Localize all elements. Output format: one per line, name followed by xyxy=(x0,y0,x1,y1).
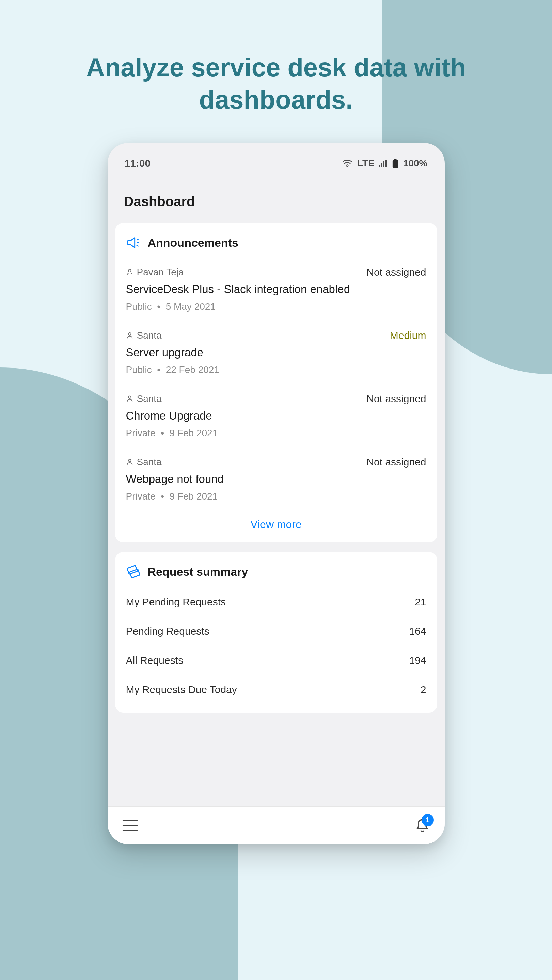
announcement-title: Webpage not found xyxy=(126,473,426,485)
svg-point-13 xyxy=(128,460,131,462)
announcement-title: Server upgrade xyxy=(126,346,426,359)
summary-value: 21 xyxy=(415,596,426,608)
svg-point-11 xyxy=(128,333,131,335)
summary-row[interactable]: My Pending Requests 21 xyxy=(126,587,426,617)
megaphone-icon xyxy=(126,235,141,250)
status-time: 11:00 xyxy=(124,158,151,169)
wifi-icon xyxy=(342,159,353,167)
person-icon xyxy=(126,458,134,466)
summary-label: My Requests Due Today xyxy=(126,684,237,695)
menu-button[interactable] xyxy=(123,820,137,831)
summary-row[interactable]: Pending Requests 164 xyxy=(126,617,426,646)
notification-badge: 1 xyxy=(421,814,434,826)
ticket-icon xyxy=(126,564,141,579)
summary-value: 2 xyxy=(421,684,426,695)
announcement-author: Santa xyxy=(126,393,162,404)
announcement-meta: Public • 5 May 2021 xyxy=(126,301,426,312)
announcements-title: Announcements xyxy=(148,236,238,250)
summary-row[interactable]: All Requests 194 xyxy=(126,646,426,675)
announcement-author: Santa xyxy=(126,457,162,468)
phone-frame: 11:00 LTE xyxy=(108,143,445,844)
svg-point-0 xyxy=(347,166,348,167)
svg-rect-3 xyxy=(383,161,384,167)
announcement-author-name: Santa xyxy=(137,393,162,404)
svg-rect-2 xyxy=(381,163,383,167)
announcement-item[interactable]: Santa Not assigned Webpage not found Pri… xyxy=(126,448,426,511)
request-summary-title: Request summary xyxy=(148,565,248,579)
svg-line-7 xyxy=(137,239,139,240)
svg-rect-5 xyxy=(394,159,396,160)
summary-label: All Requests xyxy=(126,655,183,666)
summary-value: 164 xyxy=(409,625,426,637)
announcements-header: Announcements xyxy=(126,235,426,250)
dashboard-content: Announcements Pavan Teja Not assigned Se… xyxy=(108,223,445,807)
announcement-meta: Public • 22 Feb 2021 xyxy=(126,364,426,375)
svg-point-10 xyxy=(128,269,131,272)
headline-text: Analyze service desk data with dashboard… xyxy=(27,51,525,116)
announcement-item[interactable]: Santa Not assigned Chrome Upgrade Privat… xyxy=(126,385,426,448)
battery-icon xyxy=(392,159,399,168)
announcement-status: Not assigned xyxy=(366,456,426,468)
summary-label: Pending Requests xyxy=(126,625,209,637)
status-bar: 11:00 LTE xyxy=(108,153,445,173)
announcement-status: Medium xyxy=(390,330,426,341)
request-summary-header: Request summary xyxy=(126,564,426,579)
svg-rect-1 xyxy=(379,165,380,167)
announcement-author: Santa xyxy=(126,330,162,341)
announcement-author-name: Pavan Teja xyxy=(137,267,184,278)
network-label: LTE xyxy=(357,158,375,169)
battery-percent: 100% xyxy=(403,158,428,169)
announcement-item[interactable]: Santa Medium Server upgrade Public • 22 … xyxy=(126,321,426,385)
status-indicators: LTE 100% xyxy=(342,158,428,169)
announcements-card: Announcements Pavan Teja Not assigned Se… xyxy=(115,223,437,542)
person-icon xyxy=(126,269,134,276)
announcement-item[interactable]: Pavan Teja Not assigned ServiceDesk Plus… xyxy=(126,258,426,321)
svg-line-9 xyxy=(137,245,139,247)
announcement-author: Pavan Teja xyxy=(126,267,184,278)
bottom-nav: 1 xyxy=(108,807,445,844)
announcement-author-name: Santa xyxy=(137,330,162,341)
person-icon xyxy=(126,395,134,402)
summary-value: 194 xyxy=(409,655,426,666)
signal-icon xyxy=(379,159,388,167)
svg-rect-4 xyxy=(386,159,386,167)
view-more-link[interactable]: View more xyxy=(126,511,426,534)
notifications-button[interactable]: 1 xyxy=(415,818,430,833)
announcement-status: Not assigned xyxy=(366,266,426,278)
page-title: Dashboard xyxy=(108,173,445,223)
svg-point-12 xyxy=(128,396,131,398)
request-summary-card: Request summary My Pending Requests 21 P… xyxy=(115,552,437,713)
summary-row[interactable]: My Requests Due Today 2 xyxy=(126,675,426,705)
summary-label: My Pending Requests xyxy=(126,596,226,608)
announcement-meta: Private • 9 Feb 2021 xyxy=(126,491,426,502)
svg-rect-6 xyxy=(392,160,398,169)
announcement-title: ServiceDesk Plus - Slack integration ena… xyxy=(126,283,426,296)
announcement-title: Chrome Upgrade xyxy=(126,409,426,422)
person-icon xyxy=(126,332,134,339)
announcement-meta: Private • 9 Feb 2021 xyxy=(126,428,426,439)
announcement-status: Not assigned xyxy=(366,393,426,404)
announcement-author-name: Santa xyxy=(137,457,162,468)
